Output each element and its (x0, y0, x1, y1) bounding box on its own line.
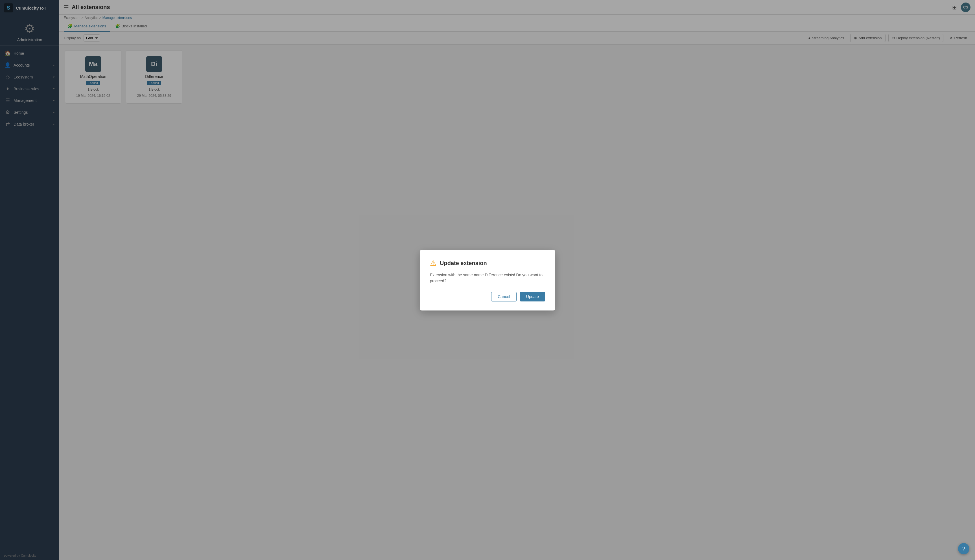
dialog-actions: Cancel Update (430, 292, 545, 302)
dialog-header: ⚠ Update extension (430, 259, 545, 268)
cancel-button[interactable]: Cancel (491, 292, 517, 302)
update-extension-dialog: ⚠ Update extension Extension with the sa… (420, 250, 555, 310)
help-icon: ? (962, 546, 965, 552)
dialog-body: Extension with the same name Difference … (430, 272, 545, 284)
help-button[interactable]: ? (958, 543, 969, 554)
modal-overlay[interactable]: ⚠ Update extension Extension with the sa… (0, 0, 975, 560)
dialog-title: Update extension (440, 260, 487, 267)
warning-icon: ⚠ (430, 259, 437, 268)
update-button[interactable]: Update (520, 292, 545, 302)
